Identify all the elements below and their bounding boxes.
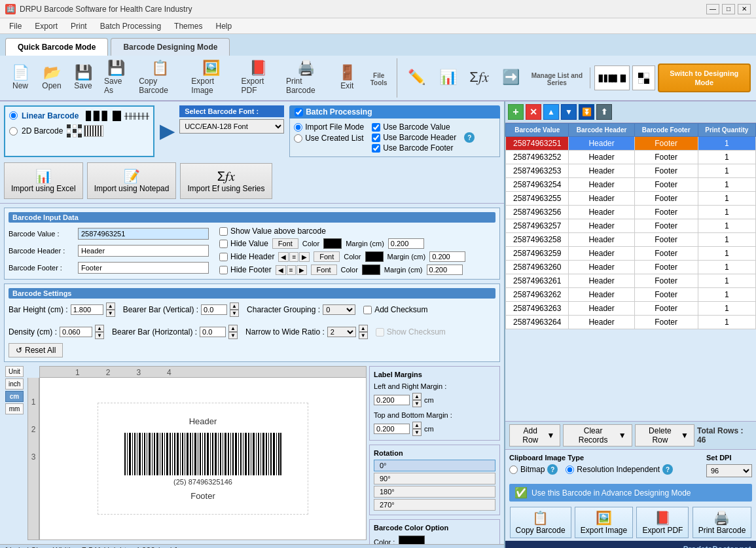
rotation-180-button[interactable]: 180° [374,486,495,498]
footer-margin-input[interactable] [427,265,463,275]
copy-barcode-action-btn[interactable]: 📋 Copy Barcode [510,507,571,538]
res-independent-option[interactable]: Resolution Independent ? [566,464,673,475]
menu-batch[interactable]: Batch Processing [94,20,168,32]
mm-button[interactable]: mm [5,403,24,414]
table-row[interactable]: 25874963255HeaderFooter1 [506,192,756,206]
bearer-v-down[interactable]: ▼ [230,310,239,317]
manage-list-btn4[interactable]: ➡️ [495,67,526,88]
font-select-dropdown[interactable]: UCC/EAN-128 Font [179,119,284,134]
rotation-90-button[interactable]: 90° [374,473,495,484]
table-row[interactable]: 25874963252HeaderFooter1 [506,151,756,164]
bitmap-option[interactable]: Bitmap ? [509,464,558,475]
density-down[interactable]: ▼ [95,332,104,339]
export-image-button[interactable]: 🖼️ Export Image [187,58,235,98]
tab-designing-mode[interactable]: Barcode Designing Mode [111,38,230,56]
barcode-header-checkbox[interactable] [372,134,380,142]
exit-button[interactable]: 🚪 Exit [332,63,362,93]
open-button[interactable]: 📂 Open [37,63,67,93]
export-pdf-button[interactable]: 📕 Export PDF [237,58,280,98]
table-row[interactable]: 25874963259HeaderFooter1 [506,247,756,261]
barcode-value-checkbox[interactable] [372,123,380,132]
save-button[interactable]: 💾 Save [68,63,98,93]
import-file-mode-radio[interactable] [294,123,302,132]
manage-list-btn3[interactable]: Σ𝑓𝑥 [464,67,494,88]
menu-help[interactable]: Help [209,20,238,32]
tb-margin-down[interactable]: ▼ [412,429,422,436]
copy-barcode-button[interactable]: 📋 Copy Barcode [134,58,185,98]
color-swatch-3[interactable] [362,265,380,275]
inch-button[interactable]: inch [5,378,24,390]
menu-print[interactable]: Print [64,20,94,32]
table-row[interactable]: 25874963257HeaderFooter1 [506,219,756,233]
import-notepad-button[interactable]: 📝 Import using Notepad [87,162,177,199]
table-row[interactable]: 25874963251HeaderFooter1 [506,137,756,151]
table-row[interactable]: 25874963263HeaderFooter1 [506,302,756,316]
menu-file[interactable]: File [3,20,28,32]
bitmap-help-icon[interactable]: ? [547,464,558,475]
density-up[interactable]: ▲ [95,325,104,332]
print-barcode-action-btn[interactable]: 🖨️ Print Barcode [693,507,752,538]
tb-margin-up[interactable]: ▲ [412,422,422,429]
show-checksum-check[interactable]: Show Checksum [376,327,446,337]
delete-row-footer-btn[interactable]: Delete Row ▼ [635,424,694,447]
bearer-v-input[interactable] [201,304,227,315]
import-file-mode-option[interactable]: Import File Mode [294,122,364,132]
show-value-checkbox[interactable] [219,227,228,236]
res-help-icon[interactable]: ? [662,464,673,475]
bitmap-radio[interactable] [509,466,518,474]
left-right-margin-input[interactable] [374,395,410,405]
bearer-h-input[interactable] [200,327,226,337]
table-row[interactable]: 25874963262HeaderFooter1 [506,288,756,302]
use-barcode-footer-check[interactable]: Use Barcode Footer [372,143,456,153]
add-row-btn[interactable]: + [508,104,524,120]
barcode-color-swatch[interactable] [399,536,425,544]
value-margin-input[interactable] [388,238,424,249]
manage-list-btn1[interactable]: ✏️ [401,67,431,88]
add-checksum-checkbox[interactable] [363,306,372,314]
narrow-wide-down[interactable]: ▼ [359,332,368,339]
import-excel-button[interactable]: 📊 Import using Excel [4,162,83,199]
rotation-0-button[interactable]: 0° [374,460,495,471]
use-barcode-value-check[interactable]: Use Barcode Value [372,122,456,132]
bar-height-input[interactable] [71,304,103,315]
barcode-footer-input[interactable] [78,262,209,274]
add-checksum-check[interactable]: Add Checksum [363,305,427,314]
cm-button[interactable]: cm [5,391,24,402]
move-up-btn[interactable]: ▲ [543,104,559,120]
bar-height-up[interactable]: ▲ [106,302,115,310]
table-row[interactable]: 25874963256HeaderFooter1 [506,206,756,219]
clear-records-btn[interactable]: Clear Records ▼ [563,424,632,447]
color-swatch-1[interactable] [323,238,342,249]
use-created-list-option[interactable]: Use Created List [294,134,364,143]
tab-quick-barcode[interactable]: Quick Barcode Mode [5,38,108,56]
menu-themes[interactable]: Themes [168,20,209,32]
close-button[interactable]: ✕ [738,4,751,14]
hide-header-checkbox[interactable] [219,253,228,261]
reset-all-button[interactable]: ↺ Reset All [9,343,63,357]
hide-header-check[interactable]: Hide Header [219,252,274,261]
table-row[interactable]: 25874963264HeaderFooter1 [506,316,756,329]
footer-font-button[interactable]: Font [311,265,337,275]
rotation-270-button[interactable]: 270° [374,499,495,511]
table-row[interactable]: 25874963260HeaderFooter1 [506,261,756,274]
batch-help-icon[interactable]: ? [464,132,475,143]
lr-margin-up[interactable]: ▲ [412,393,422,400]
barcode-footer-checkbox[interactable] [372,144,380,153]
save-as-button[interactable]: 💾 Save As [99,58,133,98]
bearer-h-down[interactable]: ▼ [228,332,238,339]
hide-footer-checkbox[interactable] [219,266,228,274]
bearer-h-up[interactable]: ▲ [228,325,238,332]
res-independent-radio[interactable] [566,466,574,474]
menu-export[interactable]: Export [28,20,64,32]
export-pdf-action-btn[interactable]: 📕 Export PDF [636,507,689,538]
hide-footer-check[interactable]: Hide Footer [219,265,272,274]
show-value-above-check[interactable]: Show Value above barcode [219,227,495,236]
move-bottom-btn[interactable]: ⏬ [579,104,594,120]
bar-height-down[interactable]: ▼ [106,310,115,317]
footer-align-center[interactable]: ≡ [287,265,296,275]
export-table-btn[interactable]: ⬆ [596,104,612,120]
hide-value-checkbox[interactable] [219,240,228,248]
header-font-button[interactable]: Font [314,251,340,262]
move-down-btn[interactable]: ▼ [561,104,577,120]
switch-designing-button[interactable]: Switch to Designing Mode [658,64,751,92]
